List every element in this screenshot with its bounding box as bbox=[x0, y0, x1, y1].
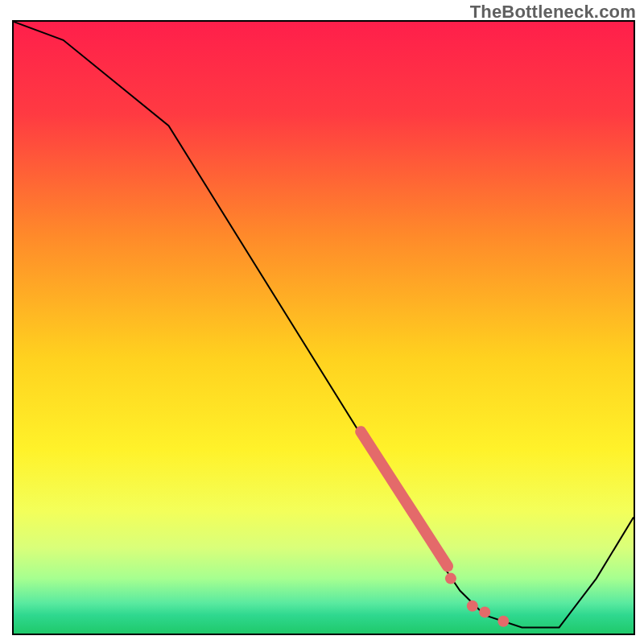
chart-container: TheBottleneck.com bbox=[0, 0, 644, 644]
plot-frame bbox=[12, 20, 635, 635]
highlight-dot bbox=[467, 601, 478, 612]
watermark-text: TheBottleneck.com bbox=[470, 2, 636, 23]
highlight-dot bbox=[479, 606, 490, 617]
highlight-segment bbox=[361, 431, 448, 566]
highlight-dots-group bbox=[445, 573, 509, 627]
highlight-dot bbox=[445, 573, 456, 584]
main-curve bbox=[14, 22, 634, 627]
highlight-dot bbox=[497, 616, 509, 627]
curve-overlay bbox=[14, 22, 634, 634]
